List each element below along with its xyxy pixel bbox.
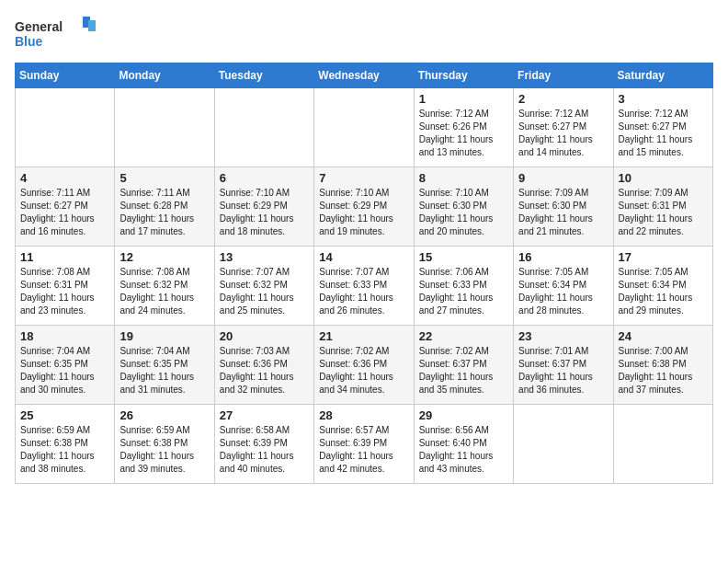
day-info: Sunrise: 7:11 AM Sunset: 6:27 PM Dayligh… xyxy=(20,187,109,238)
calendar-cell: 2Sunrise: 7:12 AM Sunset: 6:27 PM Daylig… xyxy=(514,88,613,167)
day-number: 19 xyxy=(119,329,209,343)
day-number: 26 xyxy=(119,408,209,422)
day-info: Sunrise: 7:05 AM Sunset: 6:34 PM Dayligh… xyxy=(518,266,608,317)
calendar-cell: 28Sunrise: 6:57 AM Sunset: 6:39 PM Dayli… xyxy=(314,405,414,484)
day-info: Sunrise: 7:02 AM Sunset: 6:37 PM Dayligh… xyxy=(419,345,508,396)
calendar-cell: 6Sunrise: 7:10 AM Sunset: 6:29 PM Daylig… xyxy=(214,167,313,247)
calendar-cell: 24Sunrise: 7:00 AM Sunset: 6:38 PM Dayli… xyxy=(613,326,712,405)
day-number: 12 xyxy=(119,250,209,264)
weekday-header-monday: Monday xyxy=(115,63,214,88)
calendar-cell: 8Sunrise: 7:10 AM Sunset: 6:30 PM Daylig… xyxy=(414,167,513,247)
logo-svg: General Blue xyxy=(15,15,97,52)
calendar-cell: 7Sunrise: 7:10 AM Sunset: 6:29 PM Daylig… xyxy=(314,167,414,247)
day-info: Sunrise: 6:57 AM Sunset: 6:39 PM Dayligh… xyxy=(319,424,408,476)
day-number: 11 xyxy=(20,250,109,264)
calendar-week-row: 18Sunrise: 7:04 AM Sunset: 6:35 PM Dayli… xyxy=(16,326,713,405)
day-number: 27 xyxy=(220,408,309,422)
calendar-cell: 5Sunrise: 7:11 AM Sunset: 6:28 PM Daylig… xyxy=(115,167,214,247)
calendar-week-row: 4Sunrise: 7:11 AM Sunset: 6:27 PM Daylig… xyxy=(16,167,713,247)
calendar-cell: 26Sunrise: 6:59 AM Sunset: 6:38 PM Dayli… xyxy=(115,405,214,484)
day-number: 15 xyxy=(419,250,508,264)
day-number: 9 xyxy=(518,171,608,185)
weekday-header-thursday: Thursday xyxy=(414,63,513,88)
day-info: Sunrise: 7:03 AM Sunset: 6:36 PM Dayligh… xyxy=(220,345,309,396)
weekday-header-friday: Friday xyxy=(514,63,613,88)
calendar-cell: 17Sunrise: 7:05 AM Sunset: 6:34 PM Dayli… xyxy=(613,247,712,326)
day-number: 10 xyxy=(619,171,708,185)
day-info: Sunrise: 7:12 AM Sunset: 6:27 PM Dayligh… xyxy=(619,108,708,159)
day-info: Sunrise: 6:58 AM Sunset: 6:39 PM Dayligh… xyxy=(220,424,309,476)
day-number: 13 xyxy=(220,250,309,264)
day-info: Sunrise: 7:11 AM Sunset: 6:28 PM Dayligh… xyxy=(119,187,209,238)
day-number: 23 xyxy=(518,329,608,343)
calendar-cell: 21Sunrise: 7:02 AM Sunset: 6:36 PM Dayli… xyxy=(314,326,414,405)
day-number: 5 xyxy=(119,171,209,185)
calendar-cell: 16Sunrise: 7:05 AM Sunset: 6:34 PM Dayli… xyxy=(514,247,613,326)
day-number: 25 xyxy=(20,408,109,422)
day-info: Sunrise: 7:07 AM Sunset: 6:33 PM Dayligh… xyxy=(319,266,408,317)
calendar-cell: 10Sunrise: 7:09 AM Sunset: 6:31 PM Dayli… xyxy=(613,167,712,247)
day-number: 8 xyxy=(419,171,508,185)
calendar-cell: 9Sunrise: 7:09 AM Sunset: 6:30 PM Daylig… xyxy=(514,167,613,247)
day-info: Sunrise: 7:02 AM Sunset: 6:36 PM Dayligh… xyxy=(319,345,408,396)
day-info: Sunrise: 7:06 AM Sunset: 6:33 PM Dayligh… xyxy=(419,266,508,317)
calendar-cell: 18Sunrise: 7:04 AM Sunset: 6:35 PM Dayli… xyxy=(16,326,115,405)
calendar-week-row: 1Sunrise: 7:12 AM Sunset: 6:26 PM Daylig… xyxy=(16,88,713,167)
day-info: Sunrise: 7:10 AM Sunset: 6:30 PM Dayligh… xyxy=(419,187,508,238)
calendar-cell: 22Sunrise: 7:02 AM Sunset: 6:37 PM Dayli… xyxy=(414,326,513,405)
calendar-cell xyxy=(514,405,613,484)
svg-marker-3 xyxy=(88,20,96,31)
calendar-week-row: 11Sunrise: 7:08 AM Sunset: 6:31 PM Dayli… xyxy=(16,247,713,326)
day-number: 14 xyxy=(319,250,408,264)
logo: General Blue xyxy=(15,15,97,52)
day-number: 20 xyxy=(220,329,309,343)
day-info: Sunrise: 7:08 AM Sunset: 6:32 PM Dayligh… xyxy=(119,266,209,317)
weekday-header-row: SundayMondayTuesdayWednesdayThursdayFrid… xyxy=(16,63,713,88)
day-number: 18 xyxy=(20,329,109,343)
calendar-cell: 23Sunrise: 7:01 AM Sunset: 6:37 PM Dayli… xyxy=(514,326,613,405)
calendar-cell: 3Sunrise: 7:12 AM Sunset: 6:27 PM Daylig… xyxy=(613,88,712,167)
calendar-cell xyxy=(314,88,414,167)
day-info: Sunrise: 7:07 AM Sunset: 6:32 PM Dayligh… xyxy=(220,266,309,317)
calendar-cell: 27Sunrise: 6:58 AM Sunset: 6:39 PM Dayli… xyxy=(214,405,313,484)
day-info: Sunrise: 6:59 AM Sunset: 6:38 PM Dayligh… xyxy=(20,424,109,476)
calendar-cell: 1Sunrise: 7:12 AM Sunset: 6:26 PM Daylig… xyxy=(414,88,513,167)
day-info: Sunrise: 7:09 AM Sunset: 6:31 PM Dayligh… xyxy=(619,187,708,238)
day-info: Sunrise: 7:12 AM Sunset: 6:26 PM Dayligh… xyxy=(419,108,508,159)
day-info: Sunrise: 7:01 AM Sunset: 6:37 PM Dayligh… xyxy=(518,345,608,396)
calendar-table: SundayMondayTuesdayWednesdayThursdayFrid… xyxy=(15,63,713,484)
calendar-cell: 19Sunrise: 7:04 AM Sunset: 6:35 PM Dayli… xyxy=(115,326,214,405)
day-number: 28 xyxy=(319,408,408,422)
day-info: Sunrise: 7:09 AM Sunset: 6:30 PM Dayligh… xyxy=(518,187,608,238)
day-number: 7 xyxy=(319,171,408,185)
page-header: General Blue xyxy=(15,15,713,52)
weekday-header-tuesday: Tuesday xyxy=(214,63,313,88)
day-info: Sunrise: 7:08 AM Sunset: 6:31 PM Dayligh… xyxy=(20,266,109,317)
day-number: 3 xyxy=(619,92,708,106)
calendar-cell: 25Sunrise: 6:59 AM Sunset: 6:38 PM Dayli… xyxy=(16,405,115,484)
day-number: 2 xyxy=(518,92,608,106)
calendar-cell: 11Sunrise: 7:08 AM Sunset: 6:31 PM Dayli… xyxy=(16,247,115,326)
day-info: Sunrise: 7:04 AM Sunset: 6:35 PM Dayligh… xyxy=(119,345,209,396)
calendar-cell: 14Sunrise: 7:07 AM Sunset: 6:33 PM Dayli… xyxy=(314,247,414,326)
weekday-header-saturday: Saturday xyxy=(613,63,712,88)
calendar-cell: 20Sunrise: 7:03 AM Sunset: 6:36 PM Dayli… xyxy=(214,326,313,405)
day-info: Sunrise: 7:12 AM Sunset: 6:27 PM Dayligh… xyxy=(518,108,608,159)
calendar-cell xyxy=(214,88,313,167)
day-number: 17 xyxy=(619,250,708,264)
calendar-cell xyxy=(16,88,115,167)
weekday-header-wednesday: Wednesday xyxy=(314,63,414,88)
calendar-cell: 12Sunrise: 7:08 AM Sunset: 6:32 PM Dayli… xyxy=(115,247,214,326)
calendar-cell xyxy=(115,88,214,167)
calendar-cell xyxy=(613,405,712,484)
day-number: 16 xyxy=(518,250,608,264)
day-number: 6 xyxy=(220,171,309,185)
calendar-cell: 15Sunrise: 7:06 AM Sunset: 6:33 PM Dayli… xyxy=(414,247,513,326)
calendar-cell: 4Sunrise: 7:11 AM Sunset: 6:27 PM Daylig… xyxy=(16,167,115,247)
svg-text:General: General xyxy=(15,19,63,34)
calendar-cell: 13Sunrise: 7:07 AM Sunset: 6:32 PM Dayli… xyxy=(214,247,313,326)
day-number: 24 xyxy=(619,329,708,343)
day-info: Sunrise: 7:10 AM Sunset: 6:29 PM Dayligh… xyxy=(220,187,309,238)
svg-text:Blue: Blue xyxy=(15,34,43,49)
day-info: Sunrise: 6:59 AM Sunset: 6:38 PM Dayligh… xyxy=(119,424,209,476)
